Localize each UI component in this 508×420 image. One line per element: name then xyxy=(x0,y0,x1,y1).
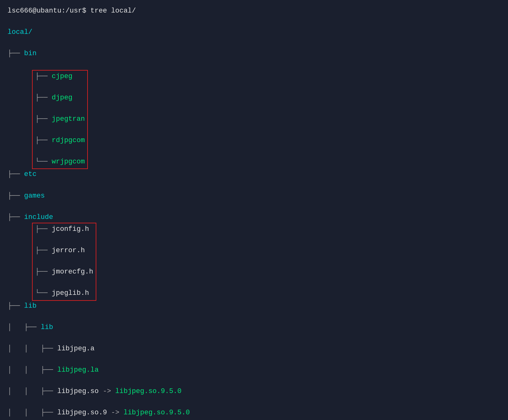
djpeg-line: ├── djpeg xyxy=(35,93,85,103)
libjpeg-a1-line: │ │ ├── libjpeg.a xyxy=(8,343,500,354)
jpegtran-line: ├── jpegtran xyxy=(35,114,85,125)
lib2-line: │ ├── lib xyxy=(8,322,500,333)
jmorecfg-line: ├── jmorecfg.h xyxy=(35,267,93,277)
include-red-box: ├── jconfig.h ├── jerror.h ├── jmorecfg.… xyxy=(32,223,96,301)
cjpeg-line: ├── cjpeg xyxy=(35,71,85,82)
include-box-wrapper: ├── jconfig.h ├── jerror.h ├── jmorecfg.… xyxy=(32,223,96,301)
local-dir: local/ xyxy=(8,27,500,38)
lib-line: ├── lib xyxy=(8,301,500,311)
bin-red-box: ├── cjpeg ├── djpeg ├── jpegtran ├── rdj… xyxy=(32,70,88,169)
libjpeg-so1-line: │ │ ├── libjpeg.so -> libjpeg.so.9.5.0 xyxy=(8,386,500,397)
etc-line: ├── etc xyxy=(8,169,500,180)
games-line: ├── games xyxy=(8,191,500,201)
include-line: ├── include xyxy=(8,212,500,223)
wrjpgcom-line: └── wrjpgcom xyxy=(35,157,85,167)
jpeglib-line: └── jpeglib.h xyxy=(35,288,93,299)
bin-box-wrapper: ├── cjpeg ├── djpeg ├── jpegtran ├── rdj… xyxy=(32,70,88,169)
libjpeg-so9-1-line: │ │ ├── libjpeg.so.9 -> libjpeg.so.9.5.0 xyxy=(8,407,500,418)
terminal-window: lsc666@ubantu:/usr$ tree local/ local/ ├… xyxy=(8,6,500,420)
jerror-line: ├── jerror.h xyxy=(35,245,93,256)
libjpeg-la1-line: │ │ ├── libjpeg.la xyxy=(8,365,500,375)
bin-line: ├── bin xyxy=(8,48,500,59)
jconfig-line: ├── jconfig.h xyxy=(35,224,93,235)
prompt-text: lsc666@ubantu:/usr$ xyxy=(8,7,90,15)
rdjpgcom-line: ├── rdjpgcom xyxy=(35,135,85,146)
prompt-line: lsc666@ubantu:/usr$ tree local/ xyxy=(8,6,500,16)
terminal-content: lsc666@ubantu:/usr$ tree local/ local/ ├… xyxy=(8,6,500,70)
